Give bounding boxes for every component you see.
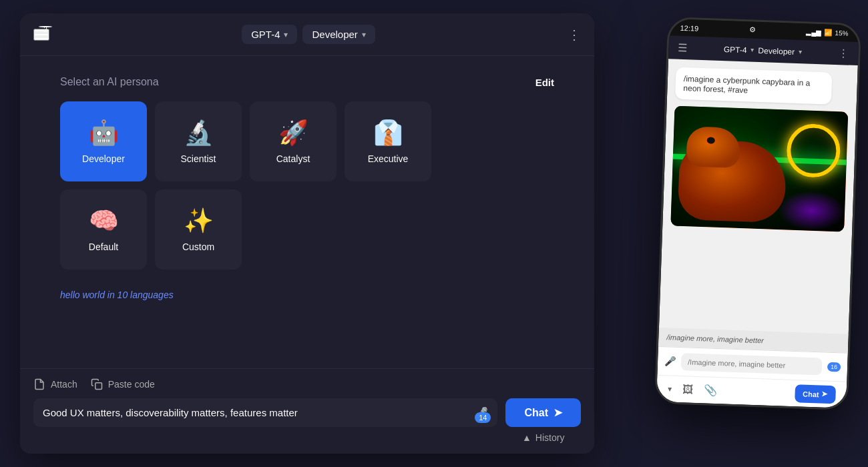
app-bottom: Attach Paste code 🎤 14 Chat ➤ bbox=[20, 368, 594, 454]
developer-icon: 🤖 bbox=[89, 119, 119, 147]
more-button[interactable]: ⋮ bbox=[568, 27, 581, 43]
desktop-app: 2 GPT-4 ▾ Developer ▾ ⋮ Select an AI per… bbox=[20, 13, 594, 454]
phone-collapse-icon[interactable]: ▾ bbox=[667, 384, 671, 394]
message-input[interactable] bbox=[43, 407, 468, 418]
persona-card-custom[interactable]: ✨ Custom bbox=[155, 189, 242, 270]
phone-persona-label: Developer bbox=[758, 45, 795, 56]
phone-content: /imagine a cyberpunk capybara in a neon … bbox=[656, 59, 858, 408]
header-center: GPT-4 ▾ Developer ▾ bbox=[242, 25, 375, 44]
capybara-eye bbox=[707, 137, 715, 143]
phone-status-icon: ⚙ bbox=[749, 25, 756, 34]
paste-code-label: Paste code bbox=[108, 379, 155, 390]
phone-bottom-icons: ▾ 🖼 📎 Chat ➤ bbox=[656, 375, 847, 408]
model-label: GPT-4 bbox=[251, 29, 280, 40]
app-main: Select an AI persona Edit 🤖 Developer 🔬 … bbox=[20, 56, 594, 368]
persona-section-title: Select an AI persona bbox=[60, 76, 159, 88]
custom-icon: ✨ bbox=[184, 207, 214, 235]
purple-glow bbox=[777, 189, 845, 231]
scientist-label: Scientist bbox=[181, 153, 216, 164]
paste-code-icon bbox=[91, 378, 103, 390]
phone-message-input[interactable] bbox=[681, 353, 823, 375]
char-count: 14 bbox=[475, 412, 491, 423]
text-input-wrapper: 🎤 14 bbox=[33, 398, 497, 427]
phone-menu-icon[interactable]: ☰ bbox=[678, 41, 688, 54]
persona-card-catalyst[interactable]: 🚀 Catalyst bbox=[250, 101, 337, 181]
persona-card-developer[interactable]: 🤖 Developer bbox=[60, 101, 147, 181]
phone-chat-label: Chat bbox=[803, 390, 819, 398]
app-header: 2 GPT-4 ▾ Developer ▾ ⋮ bbox=[20, 13, 594, 56]
phone-battery: 15% bbox=[835, 29, 848, 37]
phone-send-icon: ➤ bbox=[821, 390, 827, 399]
notification-badge: 2 bbox=[39, 26, 52, 27]
history-button[interactable]: ▲ History bbox=[505, 432, 581, 443]
custom-label: Custom bbox=[182, 242, 214, 252]
phone-persona-arrow: ▾ bbox=[799, 48, 802, 55]
persona-grid: 🤖 Developer 🔬 Scientist 🚀 Catalyst 👔 Exe… bbox=[60, 101, 554, 270]
phone-generated-image bbox=[670, 106, 848, 232]
persona-card-executive[interactable]: 👔 Executive bbox=[345, 101, 431, 181]
phone-signal: ▂▄▆ bbox=[806, 28, 821, 36]
persona-card-default[interactable]: 🧠 Default bbox=[60, 189, 147, 270]
chat-label: Chat bbox=[524, 407, 548, 419]
attach-button[interactable]: Attach bbox=[33, 378, 77, 390]
executive-label: Executive bbox=[368, 153, 409, 164]
phone-time: 12:19 bbox=[680, 23, 698, 32]
phone-mockup: 12:19 ⚙ ▂▄▆ 📶 15% ☰ GPT-4 ▾ Developer ▾ … bbox=[654, 17, 861, 410]
phone-header-center: GPT-4 ▾ Developer ▾ bbox=[724, 45, 803, 57]
phone-wifi: 📶 bbox=[824, 29, 832, 36]
executive-icon: 👔 bbox=[373, 119, 403, 147]
send-icon: ➤ bbox=[554, 406, 562, 419]
chevron-up-icon: ▲ bbox=[522, 432, 531, 443]
default-label: Default bbox=[89, 242, 118, 252]
right-controls: Chat ➤ ▲ History bbox=[505, 398, 581, 443]
input-row: 🎤 14 Chat ➤ ▲ History bbox=[33, 398, 581, 443]
scientist-icon: 🔬 bbox=[184, 119, 214, 147]
header-left: 2 bbox=[33, 29, 49, 41]
phone-status-right: ▂▄▆ 📶 15% bbox=[806, 28, 848, 37]
phone-chat-button[interactable]: Chat ➤ bbox=[795, 384, 836, 404]
persona-selector[interactable]: Developer ▾ bbox=[302, 25, 375, 44]
attach-icon bbox=[33, 378, 45, 390]
persona-dropdown-arrow: ▾ bbox=[362, 30, 366, 39]
paste-code-button[interactable]: Paste code bbox=[91, 378, 155, 390]
persona-header: Select an AI persona Edit bbox=[60, 76, 554, 88]
phone-model-label: GPT-4 bbox=[724, 45, 747, 55]
phone-more-button[interactable]: ⋮ bbox=[838, 47, 849, 60]
phone-image-icon[interactable]: 🖼 bbox=[682, 384, 693, 396]
model-selector[interactable]: GPT-4 ▾ bbox=[242, 25, 297, 44]
phone-attach-icon[interactable]: 📎 bbox=[703, 384, 717, 397]
developer-label: Developer bbox=[82, 153, 125, 164]
svg-rect-0 bbox=[95, 383, 101, 390]
phone-mic-button[interactable]: 🎤 bbox=[664, 356, 676, 367]
phone-prompt-bubble: /imagine a cyberpunk capybara in a neon … bbox=[675, 67, 833, 105]
phone-model-arrow: ▾ bbox=[750, 46, 754, 53]
default-icon: 🧠 bbox=[89, 207, 119, 235]
phone-prompt-text: /imagine a cyberpunk capybara in a neon … bbox=[683, 74, 810, 95]
menu-button[interactable]: 2 bbox=[33, 29, 49, 41]
capybara-visual bbox=[670, 106, 848, 232]
model-dropdown-arrow: ▾ bbox=[284, 30, 288, 39]
phone-message-area: /imagine a cyberpunk capybara in a neon … bbox=[659, 59, 858, 334]
edit-personas-button[interactable]: Edit bbox=[535, 77, 554, 88]
chat-button[interactable]: Chat ➤ bbox=[505, 398, 581, 427]
persona-card-scientist[interactable]: 🔬 Scientist bbox=[155, 101, 242, 181]
bottom-actions: Attach Paste code bbox=[33, 378, 581, 390]
attach-label: Attach bbox=[51, 379, 77, 390]
phone-char-count: 16 bbox=[827, 362, 841, 372]
history-label: History bbox=[535, 432, 565, 443]
catalyst-label: Catalyst bbox=[276, 153, 310, 164]
catalyst-icon: 🚀 bbox=[278, 119, 308, 147]
persona-label: Developer bbox=[312, 29, 357, 40]
hint-text: hello world in 10 languages bbox=[60, 290, 554, 300]
